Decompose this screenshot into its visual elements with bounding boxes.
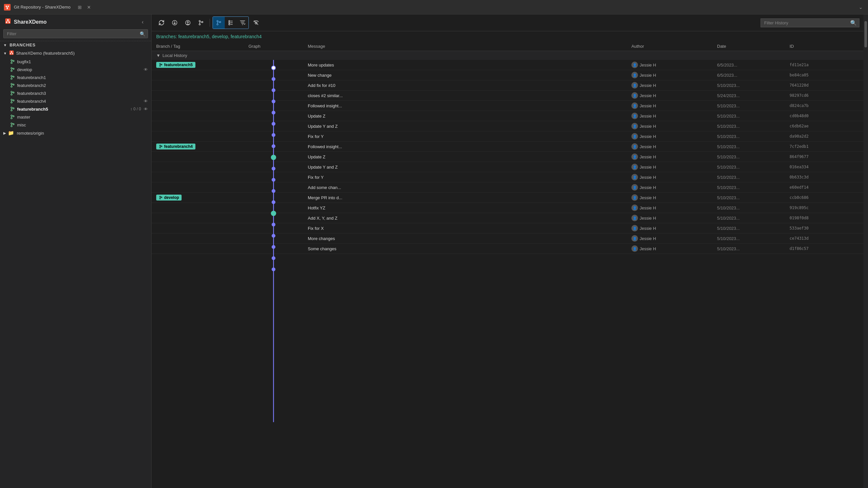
svg-point-18 [11, 62, 12, 64]
branch-action-button[interactable] [195, 17, 207, 29]
author-avatar-0: 👤 [631, 62, 638, 68]
message-cell-16: Fix for X [308, 226, 631, 231]
table-row[interactable]: develop Merge PR into d... 👤 Jessie H 5/… [152, 193, 863, 203]
branch-item-master[interactable]: master [0, 113, 151, 121]
table-row[interactable]: Add fix for #10 👤 Jessie H 5/10/2023... … [152, 80, 863, 91]
sidebar-filter-search-icon[interactable]: 🔍 [140, 31, 145, 37]
table-row[interactable]: New change 👤 Jessie H 6/5/2023... be84ca… [152, 70, 863, 80]
id-cell-0: fd11e21a [789, 63, 849, 67]
table-row[interactable]: featurebranch4 Followed insight... 👤 Jes… [152, 141, 863, 152]
table-row[interactable]: Hotfix YZ 👤 Jessie H 5/10/2023... 919c89… [152, 203, 863, 213]
table-row[interactable]: Fix for X 👤 Jessie H 5/10/2023... 533aef… [152, 223, 863, 233]
branch-item-featurebranch3[interactable]: featurebranch3 [0, 89, 151, 97]
author-cell-18: 👤 Jessie H [631, 245, 717, 252]
featurebranch4-eye-icon[interactable]: 👁 [144, 99, 148, 104]
branch-link-featurebranch5[interactable]: featurebranch5 [178, 34, 209, 39]
branch-link-develop[interactable]: develop [212, 34, 228, 39]
author-name-0: Jessie H [640, 63, 656, 67]
window-title: Git Repository - ShareXDemo [14, 5, 70, 9]
id-cell-15: 0198f0d8 [789, 216, 849, 220]
author-name-17: Jessie H [640, 236, 656, 241]
author-avatar-13: 👤 [631, 194, 638, 201]
history-body[interactable]: ▼ Local History [152, 51, 863, 488]
id-cell-5: cd0b48d0 [789, 113, 849, 118]
branch-icon-misc [10, 122, 15, 127]
table-row[interactable]: featurebranch5 More updates 👤 Jessie H 6… [152, 60, 863, 70]
table-row[interactable]: closes #2 similar... 👤 Jessie H 5/24/202… [152, 91, 863, 101]
repo-root-item[interactable]: ▼ ShareXDemo (featurebranch5) [0, 49, 151, 58]
header-scroll [849, 44, 859, 49]
branch-item-misc[interactable]: misc [0, 121, 151, 129]
filter-history-search-icon[interactable]: 🔍 [850, 20, 857, 26]
pull-button[interactable] [182, 17, 194, 29]
git-icon [4, 4, 10, 10]
develop-eye-icon[interactable]: 👁 [144, 67, 148, 72]
branch-tag-cell-0: featurebranch5 [156, 62, 248, 68]
section-collapse-arrow[interactable]: ▼ [156, 53, 160, 58]
filter-history-input[interactable] [761, 19, 860, 27]
branch-item-bugfix1[interactable]: bugfix1 [0, 58, 151, 66]
branches-label-row: Branches: featurebranch5, develop, featu… [152, 31, 863, 42]
table-row[interactable]: Update Z 👤 Jessie H 5/10/2023... cd0b48d… [152, 111, 863, 121]
table-row[interactable]: Some changes 👤 Jessie H 5/10/2023... d1f… [152, 244, 863, 254]
author-avatar-11: 👤 [631, 174, 638, 181]
toolbar-view-group [213, 17, 249, 29]
featurebranch5-eye-icon[interactable]: 👁 [144, 107, 148, 111]
graph-view-button[interactable] [213, 17, 225, 29]
branch-name-featurebranch1: featurebranch1 [17, 75, 148, 80]
author-avatar-14: 👤 [631, 204, 638, 211]
table-row[interactable]: Fix for Y 👤 Jessie H 5/10/2023... da90a2… [152, 131, 863, 141]
pin-button[interactable]: ⊞ [76, 4, 83, 10]
branch-item-featurebranch1[interactable]: featurebranch1 [0, 73, 151, 82]
author-avatar-6: 👤 [631, 123, 638, 129]
author-avatar-12: 👤 [631, 184, 638, 191]
branch-name-featurebranch4: featurebranch4 [17, 99, 142, 104]
author-avatar-10: 👤 [631, 164, 638, 170]
table-row[interactable]: Update Z 👤 Jessie H 5/10/2023... 864f967… [152, 152, 863, 162]
author-name-11: Jessie H [640, 175, 656, 180]
sidebar-title-row: ShareXDemo [5, 18, 47, 26]
branch-link-featurebranch4[interactable]: featurebranch4 [231, 34, 262, 39]
author-name-14: Jessie H [640, 205, 656, 210]
author-avatar-3: 👤 [631, 92, 638, 99]
branch-icon-develop [10, 67, 15, 72]
branch-item-featurebranch2[interactable]: featurebranch2 [0, 82, 151, 89]
svg-point-12 [11, 51, 12, 52]
header-author: Author [631, 44, 717, 49]
branch-item-featurebranch4[interactable]: featurebranch4 👁 [0, 97, 151, 105]
sidebar-filter-input[interactable] [3, 29, 148, 38]
branch-item-develop[interactable]: develop 👁 [0, 66, 151, 73]
date-cell-12: 5/10/2023... [717, 185, 789, 190]
id-cell-17: ce74313d [789, 236, 849, 241]
author-avatar-7: 👤 [631, 133, 638, 140]
table-row[interactable]: Update Y and Z 👤 Jessie H 5/10/2023... 0… [152, 162, 863, 172]
list-view-button[interactable] [225, 17, 237, 29]
table-row[interactable]: Fix for Y 👤 Jessie H 5/10/2023... 0b633c… [152, 172, 863, 183]
refresh-button[interactable] [156, 17, 167, 29]
table-row[interactable]: Update Y and Z 👤 Jessie H 5/10/2023... c… [152, 121, 863, 131]
header-date: Date [717, 44, 789, 49]
sidebar-collapse-button[interactable]: ‹ [139, 18, 147, 26]
comma2: , [228, 34, 231, 39]
expand-button[interactable]: ⌄ [858, 4, 864, 10]
branch-item-remotes-origin[interactable]: ▶ 📁 remotes/origin [0, 129, 151, 137]
branch-item-featurebranch5[interactable]: featurebranch5 ↕ 0 / 0 👁 [0, 105, 151, 113]
table-row[interactable]: Add some chan... 👤 Jessie H 5/10/2023...… [152, 183, 863, 193]
fetch-button[interactable] [169, 17, 181, 29]
branch-tag-cell-8: featurebranch4 [156, 143, 248, 150]
id-cell-13: ccb0c686 [789, 195, 849, 200]
header-graph: Graph [248, 44, 308, 49]
filter-view-button[interactable] [237, 17, 248, 29]
table-row[interactable]: Add X, Y, and Z 👤 Jessie H 5/10/2023... … [152, 213, 863, 223]
develop-badges: 👁 [144, 67, 148, 72]
table-row[interactable]: Followed insight... 👤 Jessie H 5/10/2023… [152, 101, 863, 111]
svg-point-55 [199, 21, 200, 22]
right-scrollbar[interactable] [863, 14, 868, 488]
scroll-thumb[interactable] [864, 21, 867, 47]
svg-point-26 [11, 78, 12, 79]
table-row[interactable]: More changes 👤 Jessie H 5/10/2023... ce7… [152, 233, 863, 244]
branches-section-header[interactable]: ▼ Branches [0, 41, 151, 49]
hide-remote-button[interactable] [250, 17, 262, 29]
featurebranch5-tag: featurebranch5 [156, 62, 195, 68]
close-button[interactable]: ✕ [86, 4, 92, 10]
